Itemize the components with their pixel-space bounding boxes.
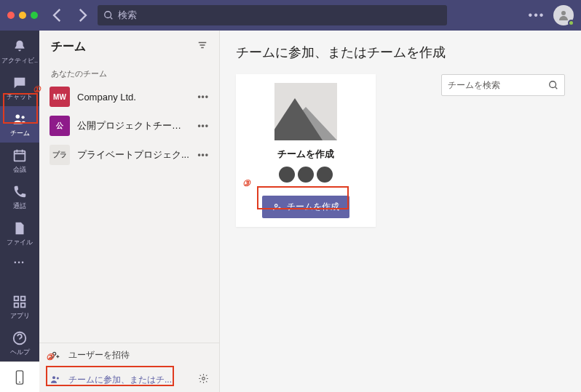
- team-name: プライベートプロジェク...: [77, 148, 190, 161]
- rail-teams[interactable]: チーム: [0, 106, 39, 143]
- rail-calls[interactable]: 通話: [0, 179, 39, 215]
- invite-label: ユーザーを招待: [68, 349, 130, 361]
- card-image-placeholder: [274, 83, 337, 140]
- search-placeholder: 検索: [118, 9, 137, 22]
- phone-icon: [12, 184, 28, 200]
- dots-icon: •••: [14, 259, 25, 266]
- user-avatar[interactable]: [553, 5, 574, 25]
- svg-point-0: [105, 12, 111, 18]
- team-more-button[interactable]: •••: [197, 92, 209, 102]
- sidebar-header: チーム: [39, 31, 219, 63]
- join-create-team-link[interactable]: チームに参加、またはチ...: [39, 367, 219, 392]
- filter-button[interactable]: [197, 40, 208, 53]
- chat-icon: [12, 75, 28, 91]
- teams-small-icon: [50, 374, 61, 385]
- annotation-3: ③: [242, 178, 250, 188]
- titlebar-more-button[interactable]: •••: [527, 6, 546, 25]
- person-silhouette-icon: [298, 167, 314, 183]
- gear-icon: [198, 373, 209, 384]
- svg-rect-5: [15, 296, 19, 300]
- svg-point-15: [275, 204, 278, 207]
- people-icons: [279, 167, 333, 183]
- svg-rect-6: [21, 296, 25, 300]
- section-label: あなたのチーム: [39, 63, 219, 82]
- rail-mobile-button[interactable]: [0, 361, 39, 392]
- svg-point-2: [16, 114, 20, 119]
- title-bar: 検索 •••: [0, 0, 581, 31]
- file-icon: [12, 220, 28, 236]
- mobile-icon: [14, 369, 25, 385]
- search-teams-input[interactable]: チームを検索: [441, 74, 565, 96]
- card-title: チームを作成: [277, 148, 334, 161]
- page-title: チームに参加、またはチームを作成: [236, 44, 565, 61]
- bell-icon: [12, 39, 28, 55]
- rail-files[interactable]: ファイル: [0, 215, 39, 252]
- person-silhouette-icon: [317, 167, 333, 183]
- team-row[interactable]: 公 公開プロジェクトチーム一般 •••: [39, 111, 219, 140]
- annotation-1: ①: [33, 84, 41, 95]
- svg-point-16: [550, 81, 556, 88]
- svg-point-3: [21, 116, 24, 119]
- presence-available-icon: [568, 20, 574, 26]
- team-avatar: MW: [50, 87, 70, 107]
- svg-point-13: [57, 377, 59, 379]
- teams-sidebar: チーム あなたのチーム MW Company Ltd. ••• 公 公開プロジェ…: [39, 31, 220, 392]
- minimize-control-icon[interactable]: [19, 12, 26, 19]
- team-name: 公開プロジェクトチーム一般: [77, 119, 190, 132]
- team-more-button[interactable]: •••: [197, 121, 209, 131]
- create-team-label: チームを作成: [287, 201, 339, 213]
- search-icon: [103, 10, 114, 20]
- close-control-icon[interactable]: [7, 12, 15, 19]
- svg-rect-4: [15, 151, 25, 161]
- svg-point-12: [52, 376, 55, 379]
- help-icon: [12, 330, 28, 346]
- create-team-icon: [272, 202, 282, 212]
- calendar-icon: [12, 148, 28, 164]
- svg-rect-7: [15, 303, 19, 307]
- rail-calendar[interactable]: 会議: [0, 143, 39, 179]
- sidebar-title: チーム: [51, 39, 86, 55]
- main-content: チームに参加、またはチームを作成 チームを作成 チームを作成 チームを検索: [220, 31, 581, 392]
- create-team-card[interactable]: チームを作成 チームを作成: [236, 74, 376, 227]
- window-controls: [7, 12, 38, 19]
- svg-point-14: [202, 377, 205, 380]
- nav-forward-button[interactable]: [73, 6, 92, 25]
- manage-teams-button[interactable]: [198, 373, 209, 386]
- svg-point-1: [561, 11, 566, 15]
- apps-icon: [12, 294, 28, 310]
- team-name: Company Ltd.: [77, 92, 190, 103]
- search-teams-placeholder: チームを検索: [448, 79, 548, 92]
- team-more-button[interactable]: •••: [197, 150, 209, 160]
- filter-icon: [197, 40, 208, 50]
- rail-more[interactable]: •••: [0, 252, 39, 273]
- team-avatar: プラ: [50, 145, 70, 165]
- person-icon: [558, 9, 569, 21]
- team-row[interactable]: MW Company Ltd. •••: [39, 82, 219, 111]
- rail-help[interactable]: ヘルプ: [0, 325, 39, 361]
- nav-back-button[interactable]: [48, 6, 67, 25]
- invite-users-link[interactable]: ユーザーを招待: [39, 343, 219, 367]
- person-silhouette-icon: [279, 167, 295, 183]
- zoom-control-icon[interactable]: [31, 12, 38, 19]
- create-team-button[interactable]: チームを作成: [262, 196, 349, 218]
- annotation-2: ②: [46, 352, 54, 362]
- team-avatar: 公: [50, 116, 70, 136]
- search-icon: [548, 80, 558, 90]
- svg-rect-8: [21, 303, 25, 307]
- team-row[interactable]: プラ プライベートプロジェク... •••: [39, 140, 219, 169]
- rail-activity[interactable]: アクティビ..: [0, 33, 39, 70]
- rail-apps[interactable]: アプリ: [0, 289, 39, 325]
- global-search-input[interactable]: 検索: [98, 5, 447, 25]
- join-label: チームに参加、またはチ...: [68, 374, 172, 386]
- teams-icon: [12, 111, 28, 127]
